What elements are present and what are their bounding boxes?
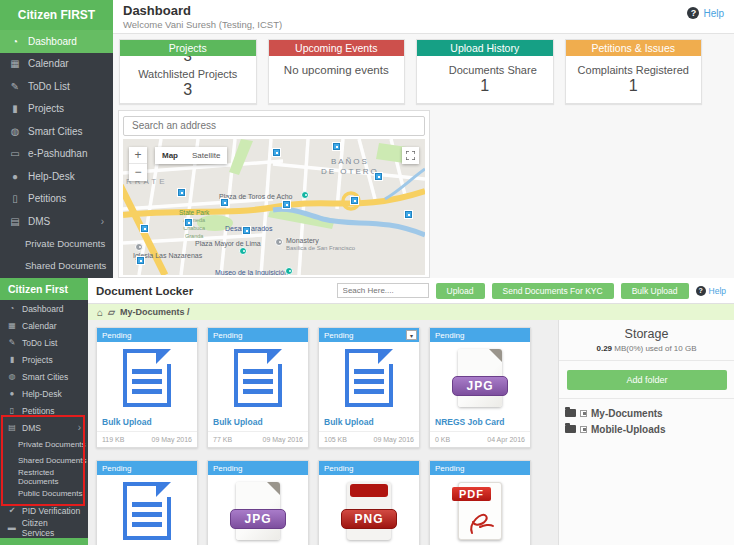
status-badge: Pending [208, 328, 308, 342]
document-card[interactable]: Pending PNG [318, 460, 420, 545]
welcome-text: Welcome Vani Suresh (Testing, ICST) [123, 19, 282, 30]
sidebar-item-help-desk[interactable]: Help-Desk [0, 385, 88, 402]
document-locker-screen: Citizen First Dashboard Calendar ToDo Li… [0, 278, 734, 545]
sidebar-item-calendar[interactable]: Calendar [0, 317, 88, 334]
map-poi-iglesia[interactable] [135, 243, 143, 251]
sidebar-item-petitions[interactable]: Petitions [0, 402, 88, 419]
map-marker[interactable] [333, 143, 340, 150]
sidebar-item-citizen-services[interactable]: Citizen Services [0, 519, 88, 536]
file-preview [97, 342, 197, 414]
app-brand: Citizen FIRST [0, 0, 113, 30]
help-link[interactable]: ? Help [696, 286, 726, 296]
map-poi-museo[interactable] [285, 267, 293, 275]
document-name[interactable]: Bulk Upload [97, 414, 197, 431]
document-card[interactable]: Pending Bulk Upload 119 KB 09 May 2016 [96, 327, 198, 448]
zoom-out-button[interactable]: − [129, 164, 147, 181]
map-type-satellite-button[interactable]: Satellite [185, 147, 227, 164]
sidebar-item-pid-verification[interactable]: PID Verification [0, 502, 88, 519]
status-badge: Pending [97, 328, 197, 342]
map-marker[interactable] [283, 201, 290, 208]
document-name[interactable]: Bulk Upload [319, 414, 419, 431]
sidebar-item-calendar[interactable]: Calendar [0, 53, 113, 76]
bulk-upload-button[interactable]: Bulk Upload [621, 283, 689, 299]
sidebar-item-todo-list[interactable]: ToDo List [0, 75, 113, 98]
calendar-icon [7, 321, 17, 330]
map-poi-plaza[interactable] [239, 247, 247, 255]
sidebar-item-label: Help-Desk [22, 389, 62, 399]
map-marker[interactable] [185, 219, 192, 226]
document-card[interactable]: Pending ▾ Bulk Upload 105 KB 09 May 2016 [318, 327, 420, 448]
map-poi-pin[interactable] [301, 191, 309, 199]
upcoming-events-card: Upcoming Events No upcoming events [268, 39, 406, 104]
tree-toggle-icon[interactable] [580, 426, 587, 433]
fullscreen-button[interactable] [402, 147, 419, 164]
locker-content: Pending Bulk Upload 119 KB 09 May 2016 [88, 320, 734, 545]
app-brand: Citizen First [0, 278, 88, 300]
sidebar-item-label: PID Verification [22, 506, 80, 516]
sidebar-item-dms[interactable]: DMS › [0, 210, 113, 233]
sidebar-item-shared-documents[interactable]: Shared Documents [0, 453, 88, 470]
map-canvas[interactable]: RRATE BAÑOS DE OTERO Plaza de Toros de A… [123, 139, 425, 275]
document-card[interactable]: Pending JPG NREGS Job Card 0 KB 04 Apr 2… [429, 327, 531, 448]
map-label-banos: BAÑOS DE OTERO [321, 157, 379, 177]
help-link[interactable]: ? Help [687, 7, 724, 19]
sidebar-item-dashboard[interactable]: Dashboard [0, 30, 113, 53]
sidebar-item-restricted-documents[interactable]: Restricted Documents [0, 469, 88, 486]
map-marker[interactable] [351, 197, 358, 204]
sidebar-item-label: Shared Documents [25, 260, 106, 271]
todo-icon [7, 338, 17, 347]
folder-row-my-documents[interactable]: My-Documents [565, 405, 728, 421]
upload-button[interactable]: Upload [436, 283, 485, 299]
petitions-issues-card: Petitions & Issues Complaints Registered… [565, 39, 703, 104]
map-marker[interactable] [243, 227, 250, 234]
map-marker[interactable] [221, 199, 228, 206]
sidebar-item-private-documents[interactable]: Private Documents [0, 233, 113, 255]
document-name[interactable]: Bulk Upload [208, 414, 308, 431]
tree-toggle-icon[interactable] [580, 410, 587, 417]
sidebar-item-e-pashudhan[interactable]: e-Pashudhan [0, 143, 113, 166]
sidebar: Citizen FIRST Dashboard Calendar ToDo Li… [0, 0, 113, 278]
dropdown-icon[interactable]: ▾ [406, 330, 417, 340]
map-type-map-button[interactable]: Map [155, 147, 185, 164]
map-marker[interactable] [137, 257, 144, 264]
send-documents-kyc-button[interactable]: Send Documents For KYC [492, 283, 614, 299]
breadcrumb-path[interactable]: My-Documents / [120, 307, 190, 317]
chevron-right-icon: › [101, 216, 104, 227]
monitor-icon [9, 148, 21, 159]
dashboard-icon [9, 36, 21, 47]
map-marker[interactable] [273, 149, 280, 156]
chat-icon [7, 389, 17, 398]
sidebar-item-petitions[interactable]: Petitions [0, 188, 113, 211]
file-preview [208, 342, 308, 414]
sidebar-item-smart-cities[interactable]: Smart Cities [0, 120, 113, 143]
sidebar-item-projects[interactable]: Projects [0, 351, 88, 368]
map-marker[interactable] [405, 211, 412, 218]
map-poi-monastery[interactable] [275, 238, 283, 246]
zoom-in-button[interactable]: + [129, 147, 147, 164]
sidebar-item-projects[interactable]: Projects [0, 98, 113, 121]
file-preview: PDF [430, 475, 530, 545]
sidebar-item-label: Smart Cities [22, 372, 68, 382]
sidebar-item-shared-documents[interactable]: Shared Documents [0, 255, 113, 277]
search-input[interactable] [337, 283, 429, 298]
sidebar-item-private-documents[interactable]: Private Documents [0, 436, 88, 453]
document-card[interactable]: Pending PDF [429, 460, 531, 545]
sidebar-item-dms[interactable]: DMS › [0, 419, 88, 436]
document-card[interactable]: Pending [96, 460, 198, 545]
document-grid: Pending Bulk Upload 119 KB 09 May 2016 [96, 327, 540, 545]
sidebar-item-todo-list[interactable]: ToDo List [0, 334, 88, 351]
home-icon[interactable]: ⌂ [97, 307, 103, 318]
map-marker[interactable] [141, 225, 148, 232]
document-name[interactable]: NREGS Job Card [430, 414, 530, 431]
folder-row-mobile-uploads[interactable]: Mobile-Uploads [565, 421, 728, 437]
add-folder-button[interactable]: Add folder [567, 370, 727, 390]
sidebar-item-public-documents[interactable]: Public Documents [0, 486, 88, 503]
map-marker[interactable] [375, 173, 382, 180]
document-card[interactable]: Pending JPG [207, 460, 309, 545]
map-search-input[interactable] [123, 116, 425, 136]
map-marker[interactable] [178, 189, 185, 196]
sidebar-item-smart-cities[interactable]: Smart Cities [0, 368, 88, 385]
sidebar-item-dashboard[interactable]: Dashboard [0, 300, 88, 317]
sidebar-item-help-desk[interactable]: Help-Desk [0, 165, 113, 188]
document-card[interactable]: Pending Bulk Upload 77 KB 09 May 2016 [207, 327, 309, 448]
